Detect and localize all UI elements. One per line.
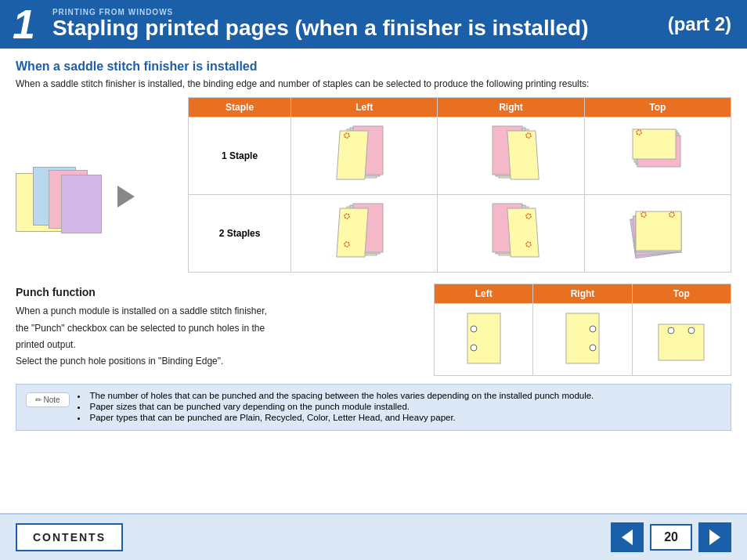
svg-rect-3: [337, 131, 368, 179]
page-header: 1 PRINTING FROM WINDOWS Stapling printed…: [0, 0, 747, 49]
header-title: Stapling printed pages (when a finisher …: [52, 16, 668, 41]
header-text: PRINTING FROM WINDOWS Stapling printed p…: [48, 0, 668, 49]
col-header-left: Left: [291, 98, 438, 117]
svg-rect-30: [636, 211, 681, 251]
next-page-button[interactable]: [698, 522, 731, 552]
table-row: 1 Staple: [189, 117, 731, 195]
page-number: 20: [650, 524, 692, 551]
2staple-left-img: [333, 199, 395, 266]
punch-text: Punch function When a punch module is in…: [16, 284, 418, 376]
next-arrow-icon: [709, 529, 720, 545]
section1-intro: When a saddle stitch finisher is install…: [16, 78, 731, 89]
col-header-top: Top: [584, 98, 731, 117]
punch-left-img: [456, 310, 511, 367]
svg-point-35: [471, 345, 477, 351]
staple-diagram: [16, 97, 172, 273]
paper-stack: [16, 157, 102, 236]
svg-point-34: [471, 326, 477, 332]
chapter-number: 1: [0, 0, 48, 49]
punch-text-4: Select the punch hole positions in "Bind…: [16, 354, 418, 369]
note-text: The number of holes that can be punched …: [78, 391, 594, 424]
punch-col-left: Left: [435, 284, 533, 304]
svg-point-37: [590, 326, 596, 332]
note-pencil-icon: ✏: [35, 396, 42, 404]
cell-1staple-right: [438, 117, 584, 195]
svg-rect-33: [467, 313, 500, 363]
punch-text-1: When a punch module is installed on a sa…: [16, 304, 418, 319]
note-label: Note: [43, 396, 60, 404]
1staple-left-img: [333, 121, 395, 188]
punch-heading: Punch function: [16, 284, 418, 301]
prev-page-button[interactable]: [611, 522, 644, 552]
2staple-top-img: [626, 199, 689, 266]
cell-1staple-top: [584, 117, 731, 195]
col-header-right: Right: [438, 98, 584, 117]
col-header-staple: Staple: [189, 98, 291, 117]
note-item-1: The number of holes that can be punched …: [78, 391, 594, 400]
punch-cell-top: [632, 304, 731, 376]
staple-label-2: 2 Staples: [189, 195, 291, 273]
svg-rect-18: [337, 208, 368, 257]
page-footer: CONTENTS 20: [0, 513, 747, 560]
punch-table: Left Right Top: [434, 284, 731, 376]
header-part: (part 2): [668, 0, 747, 49]
svg-point-40: [668, 327, 674, 334]
punch-col-top: Top: [632, 284, 731, 304]
svg-point-38: [590, 345, 596, 351]
punch-text-2: the "Punch" checkbox can be selected to …: [16, 321, 418, 336]
1staple-right-img: [480, 121, 543, 188]
cell-2staple-left: [291, 195, 438, 273]
staple-table: Staple Left Right Top 1 Staple: [188, 97, 731, 273]
cell-2staple-right: [438, 195, 584, 273]
main-content: When a saddle stitch finisher is install…: [0, 49, 747, 513]
table-row: [435, 304, 731, 376]
punch-right-img: [555, 310, 610, 367]
svg-rect-24: [507, 208, 538, 257]
note-item-3: Paper types that can be punched are Plai…: [78, 413, 594, 422]
cell-1staple-left: [291, 117, 438, 195]
section1-heading: When a saddle stitch finisher is install…: [16, 60, 731, 74]
punch-cell-right: [533, 304, 632, 376]
punch-section: Punch function When a punch module is in…: [16, 284, 731, 376]
punch-cell-left: [435, 304, 533, 376]
svg-point-41: [688, 327, 695, 334]
svg-rect-39: [659, 324, 704, 360]
svg-rect-13: [633, 129, 676, 159]
staple-section: Staple Left Right Top 1 Staple: [16, 97, 731, 273]
1staple-top-img: [626, 121, 689, 188]
note-box: ✏ Note The number of holes that can be p…: [16, 384, 731, 431]
paper-4: [61, 175, 102, 233]
punch-top-img: [654, 310, 709, 367]
staple-label-1: 1 Staple: [189, 117, 291, 195]
contents-button[interactable]: CONTENTS: [16, 523, 123, 551]
prev-arrow-icon: [622, 529, 633, 545]
punch-col-right: Right: [533, 284, 632, 304]
punch-text-3: printed output.: [16, 338, 418, 352]
svg-rect-8: [507, 131, 538, 179]
nav-controls: 20: [611, 522, 731, 552]
note-item-2: Paper sizes that can be punched vary dep…: [78, 402, 594, 411]
2staple-right-img: [480, 199, 543, 266]
note-icon: ✏ Note: [26, 392, 70, 407]
svg-rect-36: [566, 313, 599, 363]
table-row: 2 Staples: [189, 195, 731, 273]
cell-2staple-top: [584, 195, 731, 273]
arrow-icon: [117, 186, 135, 208]
